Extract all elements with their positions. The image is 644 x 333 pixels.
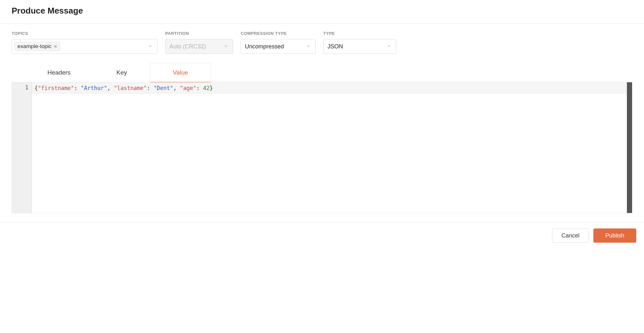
produce-message-dialog: Produce Message TOPICS example-topic ✕ P… (0, 0, 644, 248)
topic-tag-remove-icon[interactable]: ✕ (54, 44, 57, 49)
partition-value: Auto (CRC32) (169, 43, 206, 50)
topics-group: TOPICS example-topic ✕ (12, 31, 157, 54)
compression-label: COMPRESSION TYPE (241, 31, 316, 36)
topic-tag-text: example-topic (17, 43, 52, 50)
type-label: TYPE (323, 31, 396, 36)
line-number: 1 (12, 84, 28, 91)
chevron-down-icon (387, 43, 391, 50)
type-value: JSON (327, 43, 343, 50)
publish-button[interactable]: Publish (593, 228, 636, 243)
topic-tag: example-topic ✕ (15, 42, 60, 51)
scrollbar-thumb[interactable] (627, 82, 632, 213)
type-select[interactable]: JSON (323, 39, 396, 54)
compression-value: Uncompressed (245, 43, 284, 50)
chevron-down-icon (148, 43, 153, 50)
dialog-header: Produce Message (0, 0, 644, 24)
partition-select: Auto (CRC32) (165, 39, 233, 54)
editor-content[interactable]: {"firstname": "Arthur", "lastname": "Den… (32, 82, 627, 213)
page-title: Produce Message (12, 6, 632, 16)
editor-scrollbar[interactable] (627, 82, 632, 213)
cancel-button[interactable]: Cancel (552, 228, 589, 243)
editor-gutter: 1 (12, 82, 32, 213)
dialog-footer: Cancel Publish (0, 222, 644, 248)
editor-tabs: Headers Key Value (12, 63, 632, 82)
type-group: TYPE JSON (323, 31, 396, 54)
code-editor[interactable]: 1 {"firstname": "Arthur", "lastname": "D… (12, 82, 632, 213)
partition-label: PARTITION (165, 31, 233, 36)
chevron-down-icon (224, 43, 228, 50)
partition-group: PARTITION Auto (CRC32) (165, 31, 233, 54)
tab-key[interactable]: Key (94, 63, 150, 82)
compression-select[interactable]: Uncompressed (241, 39, 316, 54)
compression-group: COMPRESSION TYPE Uncompressed (241, 31, 316, 54)
topics-label: TOPICS (12, 31, 157, 36)
code-line: {"firstname": "Arthur", "lastname": "Den… (32, 82, 627, 94)
chevron-down-icon (306, 43, 311, 50)
tab-value[interactable]: Value (150, 63, 211, 82)
tab-headers[interactable]: Headers (25, 63, 94, 82)
filter-row: TOPICS example-topic ✕ PARTITION Auto (C… (0, 24, 644, 54)
topics-select[interactable]: example-topic ✕ (12, 39, 157, 54)
